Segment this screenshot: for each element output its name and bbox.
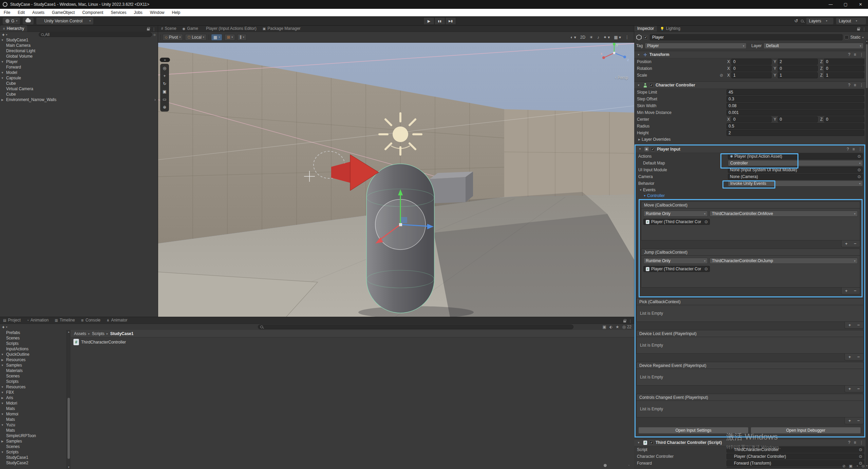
foldout-arrow[interactable]: ▼ bbox=[636, 84, 641, 87]
static-checkbox[interactable] bbox=[845, 35, 849, 39]
prefab-open-chevron[interactable]: › bbox=[154, 97, 156, 102]
menu-item[interactable]: Assets bbox=[29, 10, 48, 15]
x-field[interactable]: 1 bbox=[731, 72, 772, 78]
folder-item[interactable]: Scripts bbox=[0, 341, 67, 346]
lock-icon[interactable] bbox=[857, 28, 860, 31]
foldout-arrow[interactable]: ▼ bbox=[636, 441, 641, 444]
save-search-icon[interactable]: ★ bbox=[616, 325, 619, 329]
component-menu-icon[interactable]: ⋮ bbox=[860, 440, 864, 445]
foldout-arrow[interactable]: ▼ bbox=[0, 39, 5, 42]
folder-item[interactable]: Scenes bbox=[0, 444, 67, 449]
remove-event-button[interactable]: − bbox=[854, 417, 863, 424]
add-gameobject-button[interactable]: + bbox=[2, 32, 5, 37]
foldout-arrow[interactable]: ▼ bbox=[638, 148, 642, 151]
presets-icon[interactable]: ≡ bbox=[854, 83, 856, 87]
y-field[interactable]: 0 bbox=[778, 65, 818, 72]
increment-snap-button[interactable]: ⊞▾ bbox=[224, 34, 235, 41]
breadcrumb-scripts[interactable]: Scripts bbox=[92, 331, 105, 336]
event-target-field[interactable]: Player (Third Character Cor⊙ bbox=[643, 266, 710, 272]
camera-object-field[interactable]: None (Camera)⊙ bbox=[728, 174, 863, 180]
scene-viewport[interactable]: x y z ≡ ◎+↻▣▭⊕ ‹ Persp bbox=[158, 43, 634, 317]
ui-module-object-field[interactable]: None (Input System UI Input Module)⊙ bbox=[728, 167, 863, 173]
scene-view-option-icon[interactable]: ⋮ bbox=[625, 35, 629, 40]
menu-item[interactable]: File bbox=[0, 10, 14, 15]
remove-event-button[interactable]: − bbox=[851, 240, 859, 247]
scene-view-option-icon[interactable]: ☀ bbox=[589, 35, 593, 40]
tree-scrollbar[interactable]: ▲▼ bbox=[67, 330, 70, 469]
cloud-button[interactable] bbox=[23, 18, 34, 24]
foldout-arrow[interactable]: ▶ bbox=[0, 358, 5, 361]
tools-overlay-menu[interactable]: ≡ bbox=[160, 58, 170, 62]
folder-item[interactable]: Mats bbox=[0, 417, 67, 422]
undo-history-icon[interactable]: ↺ bbox=[794, 18, 798, 23]
event-function-dropdown[interactable]: ThirdCharacterController.OnJump▾ bbox=[710, 258, 858, 264]
remove-event-button[interactable]: − bbox=[854, 322, 863, 328]
project-search-input[interactable] bbox=[258, 325, 573, 329]
event-function-dropdown[interactable]: ThirdCharacterController.OnMove▾ bbox=[710, 211, 858, 217]
object-picker-icon[interactable]: ⊙ bbox=[857, 174, 861, 179]
event-mode-dropdown[interactable]: Runtime Only▾ bbox=[643, 258, 708, 264]
chevron-down-icon[interactable]: ▾ bbox=[6, 33, 7, 36]
player-input-header[interactable]: ▼ ◉ ✓ Player Input ?≡⋮ bbox=[636, 145, 864, 153]
foldout-arrow[interactable]: ▼ bbox=[0, 77, 5, 80]
foldout-arrow[interactable]: ▼ bbox=[0, 402, 5, 405]
scene-area-tab[interactable]: # Scene bbox=[158, 25, 180, 32]
object-picker-icon[interactable]: ⊙ bbox=[857, 168, 861, 172]
panel-menu-icon[interactable]: ⋮ bbox=[862, 27, 866, 32]
folder-item[interactable]: ▼ Yuzu bbox=[0, 422, 67, 428]
actions-object-field[interactable]: ✱ Player (Input Action Asset) ⊙ bbox=[728, 153, 863, 159]
foldout-arrow[interactable]: ▼ bbox=[636, 53, 641, 56]
folder-item[interactable]: ▼ Midori bbox=[0, 400, 67, 406]
hierarchy-item[interactable]: Main Camera bbox=[0, 43, 158, 48]
event-target-field[interactable]: Player (Third Character Cor⊙ bbox=[643, 219, 710, 225]
enabled-checkbox[interactable]: ✓ bbox=[651, 147, 655, 151]
folder-item[interactable]: Prefabs bbox=[0, 330, 67, 335]
component-menu-icon[interactable]: ⋮ bbox=[858, 147, 862, 152]
search-icon[interactable] bbox=[801, 18, 804, 23]
hierarchy-item[interactable]: Global Volume bbox=[0, 54, 158, 59]
maximize-button[interactable]: ▢ bbox=[838, 0, 853, 9]
folder-item[interactable]: StudyCase2 bbox=[0, 460, 67, 466]
object-picker-icon[interactable]: ⊙ bbox=[857, 154, 861, 159]
foldout-arrow[interactable]: ▶ bbox=[0, 396, 5, 399]
add-asset-button[interactable]: + bbox=[2, 325, 5, 330]
remove-event-button[interactable]: − bbox=[851, 288, 859, 294]
value-field[interactable]: 45 bbox=[727, 89, 864, 95]
behavior-dropdown[interactable]: Invoke Unity Events▾ bbox=[728, 180, 863, 187]
component-menu-icon[interactable]: ⋮ bbox=[860, 52, 864, 57]
add-event-button[interactable]: + bbox=[842, 240, 850, 247]
value-field[interactable]: 0.5 bbox=[727, 123, 864, 129]
status-icon[interactable]: ◔ bbox=[856, 464, 858, 468]
foldout-arrow[interactable]: ▼ bbox=[0, 353, 5, 356]
bottom-panel-tab[interactable]: ≣ Console bbox=[78, 317, 103, 324]
folder-item[interactable]: ▶ Samples bbox=[0, 438, 67, 444]
inspector-scrollbar[interactable]: ▲▼ bbox=[866, 39, 868, 468]
tab-hierarchy[interactable]: ≡ Hierarchy bbox=[0, 25, 27, 32]
chevron-down-icon[interactable]: ▾ bbox=[6, 326, 7, 329]
folder-item[interactable]: Scripts bbox=[0, 379, 67, 384]
folder-item[interactable]: ▼ Samples bbox=[0, 363, 67, 368]
presets-icon[interactable]: ≡ bbox=[852, 147, 855, 152]
z-field[interactable]: 0 bbox=[824, 59, 864, 65]
hierarchy-item[interactable]: Virtual Camera bbox=[0, 86, 158, 92]
folder-item[interactable]: ▼ Scripts bbox=[0, 449, 67, 455]
scene-view-option-icon[interactable]: ◐ ▾ bbox=[570, 35, 576, 40]
foldout-arrow[interactable]: ▼ bbox=[0, 60, 5, 63]
hierarchy-item[interactable]: ▼ Player bbox=[0, 59, 158, 64]
folder-item[interactable]: ▶ Resources bbox=[0, 357, 67, 363]
panel-menu-icon[interactable]: ⋮ bbox=[628, 319, 632, 324]
transform-header[interactable]: ▼ ✛ Transform ?≡⋮ bbox=[634, 51, 866, 58]
status-icon[interactable]: ▣ bbox=[849, 464, 852, 468]
scene-area-tab[interactable]: ◉ Game bbox=[180, 25, 201, 32]
scene-area-tab[interactable]: ▣ Package Manager bbox=[260, 25, 304, 32]
menu-item[interactable]: Help bbox=[168, 10, 184, 15]
hierarchy-item[interactable]: Cube bbox=[0, 81, 158, 86]
x-field[interactable]: 0 bbox=[731, 59, 772, 65]
tool-button[interactable]: + bbox=[161, 72, 168, 80]
bottom-panel-tab[interactable]: ▤ Project bbox=[0, 317, 24, 324]
search-by-type-icon[interactable]: ▣ bbox=[602, 325, 606, 329]
menu-item[interactable]: GameObject bbox=[48, 10, 78, 15]
lock-icon[interactable] bbox=[623, 320, 626, 323]
folder-item[interactable]: Materials bbox=[0, 368, 67, 373]
help-icon[interactable]: ? bbox=[848, 440, 850, 445]
